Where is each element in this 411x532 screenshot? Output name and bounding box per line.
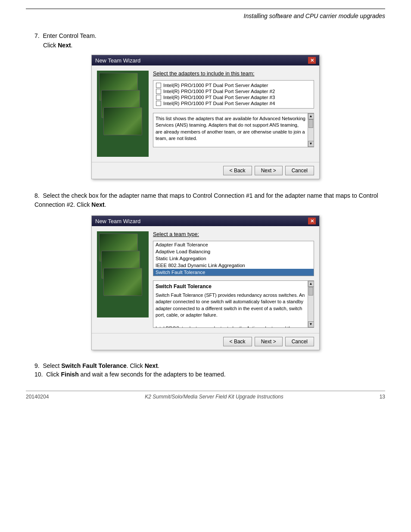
info-text-1: This list shows the adapters that are av… bbox=[156, 115, 311, 147]
wizard-1-back-button[interactable]: < Back bbox=[223, 166, 252, 175]
adapter-item-3: Intel(R) PRO/1000 PT Dual Port Server Ad… bbox=[155, 94, 312, 100]
wizard-2-next-button[interactable]: Next > bbox=[255, 337, 283, 346]
adapter-checkbox-2[interactable] bbox=[156, 89, 161, 94]
adapter-label-3: Intel(R) PRO/1000 PT Dual Port Server Ad… bbox=[163, 95, 275, 100]
team-item-4[interactable]: IEEE 802.3ad Dynamic Link Aggregation bbox=[153, 262, 314, 269]
sft-description-box: Switch Fault Tolerance Switch Fault Tole… bbox=[153, 280, 314, 328]
wizard-2: New Team Wizard ✕ Select a team type: A bbox=[91, 215, 320, 350]
step-8: 8. Select the check box for the adapter … bbox=[26, 191, 385, 350]
step-8-text: 8. Select the check box for the adapter … bbox=[34, 191, 385, 209]
wizard-1-image bbox=[97, 71, 149, 157]
step-8-description: Select the check box for the adapter nam… bbox=[34, 192, 378, 208]
step-7-subtext: Click Next. bbox=[43, 42, 385, 49]
wizard-2-image-stack bbox=[97, 231, 149, 317]
adapter-checkbox-1[interactable] bbox=[156, 83, 161, 88]
step-9-number: 9. bbox=[34, 362, 40, 369]
adapter-item-2: Intel(R) PRO/1000 PT Dual Port Server Ad… bbox=[155, 88, 312, 94]
wizard-1-content-label: Select the adapters to include in this t… bbox=[153, 71, 314, 77]
wizard-2-titlebar: New Team Wizard ✕ bbox=[92, 216, 319, 226]
scrollbar-track-1 bbox=[308, 119, 314, 141]
sft-scrollbar-up[interactable]: ▲ bbox=[308, 281, 314, 287]
adapter-label-1: Intel(R) PRO/1000 PT Dual Port Server Ad… bbox=[163, 83, 268, 88]
wizard-1-cancel-button[interactable]: Cancel bbox=[285, 166, 314, 175]
step-10: 10. Click Finish and wait a few seconds … bbox=[34, 371, 385, 378]
card-img-2-3 bbox=[103, 268, 142, 296]
sft-scrollbar-thumb[interactable] bbox=[308, 287, 313, 296]
wizard-1-close-button[interactable]: ✕ bbox=[308, 57, 316, 64]
step-8-number: 8. bbox=[34, 192, 40, 199]
step-8-next-bold: Next bbox=[91, 201, 104, 208]
wizard-1-body: Select the adapters to include in this t… bbox=[92, 65, 319, 162]
adapter-label-2: Intel(R) PRO/1000 PT Dual Port Server Ad… bbox=[163, 89, 275, 94]
wizard-2-image bbox=[97, 231, 149, 317]
wizard-1-titlebar: New Team Wizard ✕ bbox=[92, 55, 319, 65]
sft-description-text: Switch Fault Tolerance (SFT) provides re… bbox=[156, 292, 311, 328]
header-title: Installing software and CPU carrier modu… bbox=[244, 12, 385, 19]
adapter-item-1: Intel(R) PRO/1000 PT Dual Port Server Ad… bbox=[155, 82, 312, 88]
footer-right: 13 bbox=[380, 394, 385, 400]
sft-scrollbar: ▲ ▼ bbox=[308, 281, 314, 327]
step-7-bold: Next bbox=[58, 42, 71, 49]
wizard-2-close-button[interactable]: ✕ bbox=[308, 218, 316, 224]
wizard-1-content: Select the adapters to include in this t… bbox=[153, 71, 314, 157]
adapter-item-4: Intel(R) PRO/1000 PT Dual Port Server Ad… bbox=[155, 100, 312, 106]
sft-title: Switch Fault Tolerance bbox=[156, 283, 311, 290]
adapter-checkbox-4[interactable] bbox=[156, 101, 161, 106]
step-9: 9. Select Switch Fault Tolerance. Click … bbox=[34, 362, 385, 369]
info-box-1-scrollbar: ▲ ▼ bbox=[308, 113, 314, 147]
footer-left: 20140204 bbox=[26, 394, 49, 400]
step-7-number: 7. bbox=[34, 32, 40, 39]
wizard-2-content: Select a team type: Adapter Fault Tolera… bbox=[153, 231, 314, 328]
wizard-1: New Team Wizard ✕ Select the adapters to… bbox=[91, 55, 320, 179]
wizard-2-cancel-button[interactable]: Cancel bbox=[285, 337, 314, 346]
step-9-sft-bold: Switch Fault Tolerance bbox=[61, 362, 126, 369]
sft-scrollbar-track bbox=[308, 287, 314, 321]
team-item-2[interactable]: Adaptive Load Balancing bbox=[153, 248, 314, 255]
scrollbar-thumb-1[interactable] bbox=[308, 119, 313, 128]
header-line bbox=[26, 9, 385, 9]
team-item-5[interactable]: Switch Fault Tolerance bbox=[153, 269, 314, 276]
page: Installing software and CPU carrier modu… bbox=[0, 0, 411, 417]
scrollbar-up-arrow[interactable]: ▲ bbox=[308, 113, 314, 119]
step-10-number: 10. bbox=[34, 371, 43, 378]
team-item-1[interactable]: Adapter Fault Tolerance bbox=[153, 241, 314, 248]
wizard-2-body: Select a team type: Adapter Fault Tolera… bbox=[92, 226, 319, 333]
page-footer: 20140204 K2 Summit/Solo/Media Server Fie… bbox=[26, 391, 385, 400]
wizard-1-title: New Team Wizard bbox=[95, 57, 140, 64]
card-img-3 bbox=[103, 107, 142, 135]
step-10-finish-bold: Finish bbox=[61, 371, 78, 378]
info-box-1: This list shows the adapters that are av… bbox=[153, 113, 314, 147]
adapter-list: Intel(R) PRO/1000 PT Dual Port Server Ad… bbox=[153, 80, 314, 109]
wizard-2-back-button[interactable]: < Back bbox=[223, 337, 252, 346]
footer-center: K2 Summit/Solo/Media Server Field Kit Up… bbox=[145, 394, 283, 400]
team-list: Adapter Fault Tolerance Adaptive Load Ba… bbox=[153, 241, 314, 276]
wizard-2-content-label: Select a team type: bbox=[153, 231, 314, 237]
adapter-label-4: Intel(R) PRO/1000 PT Dual Port Server Ad… bbox=[163, 101, 275, 106]
team-item-3[interactable]: Static Link Aggregation bbox=[153, 255, 314, 262]
step-7: 7. Enter Control Team. Click Next. New T… bbox=[26, 32, 385, 179]
wizard-1-next-button[interactable]: Next > bbox=[255, 166, 283, 175]
wizard-2-footer: < Back Next > Cancel bbox=[92, 333, 319, 350]
wizard-1-footer: < Back Next > Cancel bbox=[92, 162, 319, 179]
scrollbar-down-arrow[interactable]: ▼ bbox=[308, 141, 314, 147]
step-9-next-bold: Next bbox=[145, 362, 158, 369]
wizard-1-image-stack bbox=[97, 71, 149, 157]
step-7-description: Enter Control Team. bbox=[43, 32, 96, 39]
step-7-text: 7. Enter Control Team. bbox=[34, 32, 385, 39]
page-header: Installing software and CPU carrier modu… bbox=[26, 12, 385, 19]
sft-scrollbar-down[interactable]: ▼ bbox=[308, 321, 314, 327]
wizard-2-title: New Team Wizard bbox=[95, 218, 140, 224]
adapter-checkbox-3[interactable] bbox=[156, 95, 161, 100]
